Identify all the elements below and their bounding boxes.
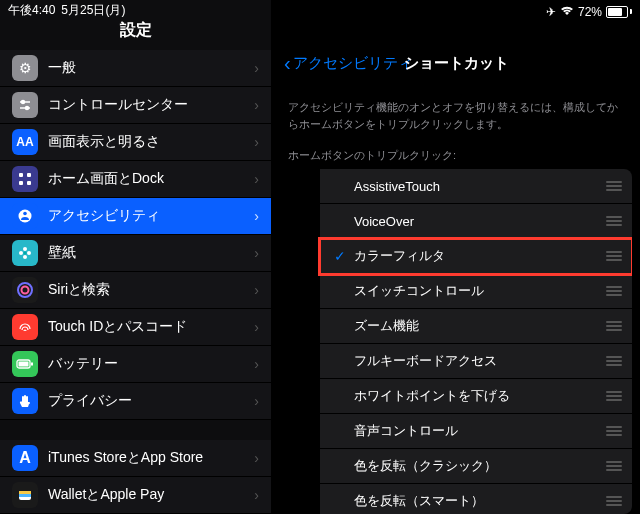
shortcut-row[interactable]: AssistiveTouch [320,169,632,204]
svg-rect-19 [19,362,29,367]
sidebar-item-label: WalletとApple Pay [48,486,254,504]
description-text: アクセシビリティ機能のオンとオフを切り替えるには、構成してからホームボタンをトリ… [272,83,640,136]
sidebar-item-gear[interactable]: ⚙︎一般› [0,50,271,87]
shortcut-row[interactable]: 色を反転（クラシック） [320,449,632,484]
sidebar-item-grid[interactable]: ホーム画面とDock› [0,161,271,198]
svg-rect-4 [19,173,23,177]
shortcut-label: VoiceOver [350,214,606,229]
shortcut-row[interactable]: VoiceOver [320,204,632,239]
sidebar-item-label: アクセシビリティ [48,207,254,225]
shortcut-label: ホワイトポイントを下げる [350,387,606,405]
chevron-right-icon: › [254,356,259,372]
chevron-right-icon: › [254,282,259,298]
reorder-handle-icon[interactable] [606,321,622,331]
reorder-handle-icon[interactable] [606,286,622,296]
reorder-handle-icon[interactable] [606,181,622,191]
reorder-handle-icon[interactable] [606,216,622,226]
sidebar-item-label: コントロールセンター [48,96,254,114]
sidebar-item-label: Touch IDとパスコード [48,318,254,336]
svg-point-10 [23,247,27,251]
shortcut-row[interactable]: フルキーボードアクセス [320,344,632,379]
sidebar-item-sliders[interactable]: コントロールセンター› [0,87,271,124]
sidebar-item-label: 壁紙 [48,244,254,262]
sidebar-item-finger[interactable]: Touch IDとパスコード› [0,309,271,346]
sidebar-item-label: Siriと検索 [48,281,254,299]
reorder-handle-icon[interactable] [606,391,622,401]
svg-rect-22 [19,494,31,497]
shortcut-row[interactable]: 音声コントロール [320,414,632,449]
chevron-right-icon: › [254,171,259,187]
shortcut-list: AssistiveTouchVoiceOver✓カラーフィルタスイッチコントロー… [280,169,632,514]
wifi-icon [560,5,574,19]
sidebar-item-flower[interactable]: 壁紙› [0,235,271,272]
svg-rect-7 [27,181,31,185]
sidebar-item-batt[interactable]: バッテリー› [0,346,271,383]
svg-point-3 [26,107,29,110]
svg-rect-5 [27,173,31,177]
shortcut-label: フルキーボードアクセス [350,352,606,370]
chevron-right-icon: › [254,393,259,409]
chevron-right-icon: › [254,450,259,466]
sidebar-item-wallet[interactable]: WalletとApple Pay› [0,477,271,514]
status-date: 5月25日(月) [61,2,125,19]
chevron-right-icon: › [254,245,259,261]
status-bar-right: ✈︎ 72% [272,0,640,22]
svg-rect-18 [31,363,33,366]
chevron-right-icon: › [254,60,259,76]
settings-sidebar: 午後4:40 5月25日(月) 設定 ⚙︎一般›コントロールセンター›AA画面表… [0,0,272,514]
back-label: アクセシビリティ [293,54,413,73]
svg-point-1 [22,101,25,104]
section-header: ホームボタンのトリプルクリック: [272,136,640,169]
shortcut-label: ズーム機能 [350,317,606,335]
shortcut-label: AssistiveTouch [350,179,606,194]
chevron-right-icon: › [254,208,259,224]
sidebar-item-label: プライバシー [48,392,254,410]
sidebar-item-AA[interactable]: AA画面表示と明るさ› [0,124,271,161]
status-bar-left: 午後4:40 5月25日(月) [0,0,271,19]
shortcut-row[interactable]: ズーム機能 [320,309,632,344]
detail-pane: ✈︎ 72% ‹ アクセシビリティ ショートカット アクセシビリティ機能のオンと… [272,0,640,514]
status-time: 午後4:40 [8,2,55,19]
svg-point-12 [19,251,23,255]
sidebar-title: 設定 [0,19,271,42]
svg-point-16 [22,287,29,294]
sidebar-item-A[interactable]: AiTunes StoreとApp Store› [0,440,271,477]
battery-icon [606,6,632,18]
reorder-handle-icon[interactable] [606,461,622,471]
sidebar-item-label: 画面表示と明るさ [48,133,254,151]
check-icon: ✓ [330,248,350,264]
shortcut-label: 音声コントロール [350,422,606,440]
svg-rect-21 [19,491,31,494]
sidebar-item-label: バッテリー [48,355,254,373]
sidebar-item-label: 一般 [48,59,254,77]
shortcut-row[interactable]: ホワイトポイントを下げる [320,379,632,414]
back-button[interactable]: ‹ アクセシビリティ [284,53,413,73]
reorder-handle-icon[interactable] [606,251,622,261]
chevron-right-icon: › [254,487,259,503]
detail-header: ‹ アクセシビリティ ショートカット [272,44,640,83]
sidebar-item-label: ホーム画面とDock [48,170,254,188]
svg-point-13 [27,251,31,255]
svg-point-9 [23,212,27,216]
chevron-right-icon: › [254,319,259,335]
chevron-right-icon: › [254,134,259,150]
shortcut-label: スイッチコントロール [350,282,606,300]
reorder-handle-icon[interactable] [606,426,622,436]
reorder-handle-icon[interactable] [606,356,622,366]
sidebar-item-person[interactable]: アクセシビリティ› [0,198,271,235]
svg-rect-6 [19,181,23,185]
airplane-icon: ✈︎ [546,5,556,19]
shortcut-label: カラーフィルタ [350,247,606,265]
sidebar-item-siri[interactable]: Siriと検索› [0,272,271,309]
chevron-left-icon: ‹ [284,53,291,73]
sidebar-item-hand[interactable]: プライバシー› [0,383,271,420]
reorder-handle-icon[interactable] [606,496,622,506]
shortcut-label: 色を反転（スマート） [350,492,606,510]
chevron-right-icon: › [254,97,259,113]
shortcut-row[interactable]: 色を反転（スマート） [320,484,632,514]
svg-point-8 [19,210,32,223]
svg-point-14 [24,252,27,255]
settings-section-1: ⚙︎一般›コントロールセンター›AA画面表示と明るさ›ホーム画面とDock›アク… [0,50,271,420]
shortcut-row[interactable]: スイッチコントロール [320,274,632,309]
shortcut-row[interactable]: ✓カラーフィルタ [320,239,632,274]
